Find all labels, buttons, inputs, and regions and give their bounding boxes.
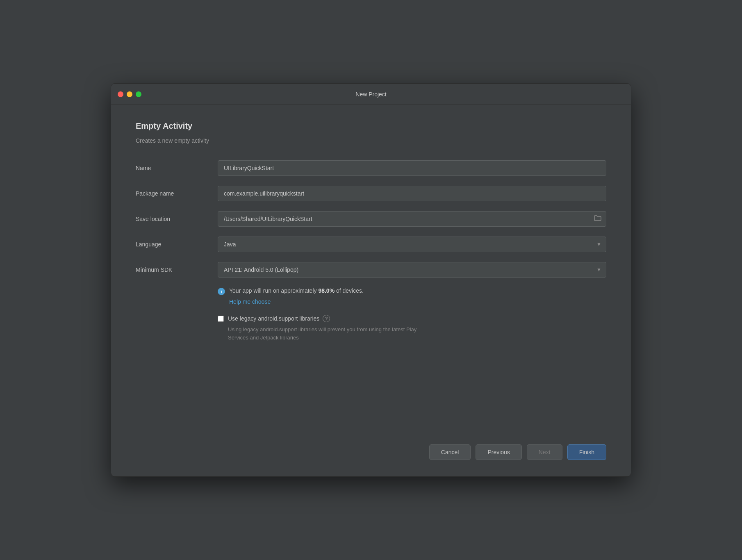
previous-button[interactable]: Previous xyxy=(476,444,521,460)
legacy-support-description: Using legacy android.support libraries w… xyxy=(228,326,433,341)
window-controls xyxy=(118,91,141,97)
page-title: Empty Activity xyxy=(136,121,606,131)
name-input[interactable] xyxy=(218,160,606,176)
save-location-input[interactable] xyxy=(218,211,606,227)
minimize-button[interactable] xyxy=(127,91,132,97)
save-location-row: Save location xyxy=(136,211,606,227)
language-select[interactable]: Java Kotlin xyxy=(218,237,606,252)
footer: Cancel Previous Next Finish xyxy=(136,436,606,464)
browse-folder-button[interactable] xyxy=(592,214,603,224)
window-title: New Project xyxy=(355,91,386,98)
maximize-button[interactable] xyxy=(136,91,141,97)
language-row: Language Java Kotlin ▼ xyxy=(136,237,606,252)
close-button[interactable] xyxy=(118,91,123,97)
save-location-label: Save location xyxy=(136,216,218,222)
package-name-row: Package name xyxy=(136,186,606,201)
question-icon[interactable]: ? xyxy=(323,315,330,322)
minimum-sdk-label: Minimum SDK xyxy=(136,266,218,273)
next-button: Next xyxy=(527,444,562,460)
sdk-info-text: Your app will run on approximately 98.0%… xyxy=(229,287,364,294)
legacy-support-checkbox[interactable] xyxy=(218,316,224,322)
legacy-support-row: Use legacy android.support libraries ? xyxy=(218,315,606,322)
language-label: Language xyxy=(136,241,218,248)
minimum-sdk-select-wrapper: API 21: Android 5.0 (Lollipop) API 22: A… xyxy=(218,262,606,278)
finish-button[interactable]: Finish xyxy=(567,444,606,460)
cancel-button[interactable]: Cancel xyxy=(429,444,471,460)
new-project-window: New Project Empty Activity Creates a new… xyxy=(111,83,631,477)
sdk-info-section: i Your app will run on approximately 98.… xyxy=(218,287,606,305)
info-icon: i xyxy=(218,288,225,295)
form-area: Name Package name Save location xyxy=(136,160,606,287)
minimum-sdk-row: Minimum SDK API 21: Android 5.0 (Lollipo… xyxy=(136,262,606,278)
package-name-input-wrapper xyxy=(218,186,606,201)
minimum-sdk-select[interactable]: API 21: Android 5.0 (Lollipop) API 22: A… xyxy=(218,262,606,278)
name-label: Name xyxy=(136,165,218,171)
title-bar: New Project xyxy=(111,84,631,105)
sdk-info-row: i Your app will run on approximately 98.… xyxy=(218,287,606,295)
name-row: Name xyxy=(136,160,606,176)
name-input-wrapper xyxy=(218,160,606,176)
save-location-input-wrapper xyxy=(218,211,606,227)
help-me-choose-link[interactable]: Help me choose xyxy=(229,298,606,305)
package-name-input[interactable] xyxy=(218,186,606,201)
legacy-support-label: Use legacy android.support libraries xyxy=(228,315,319,322)
package-name-label: Package name xyxy=(136,190,218,197)
content-area: Empty Activity Creates a new empty activ… xyxy=(111,105,631,476)
legacy-support-label-group: Use legacy android.support libraries ? xyxy=(228,315,330,322)
language-select-wrapper: Java Kotlin ▼ xyxy=(218,237,606,252)
page-subtitle: Creates a new empty activity xyxy=(136,137,606,144)
